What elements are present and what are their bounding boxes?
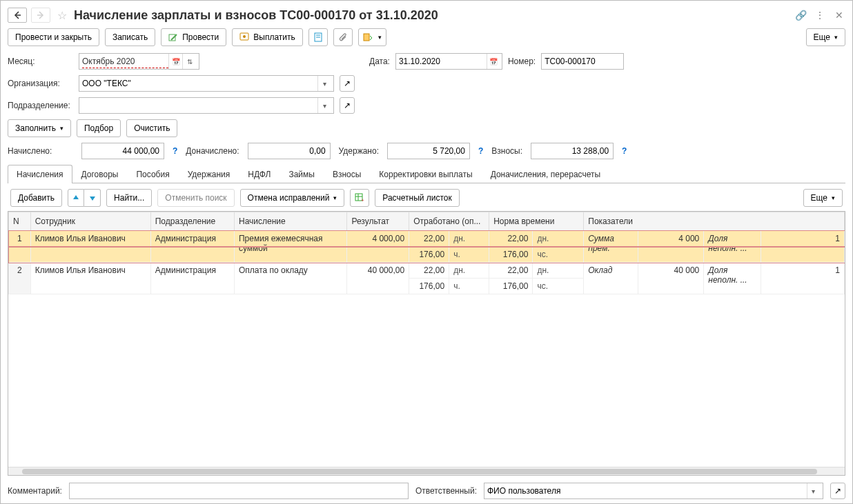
tab-deductions[interactable]: Удержания [179, 165, 239, 183]
date-label: Дата: [369, 57, 390, 66]
month-field[interactable]: Октябрь 2020 📅 ⇅ [79, 53, 199, 70]
basis-button[interactable]: ▾ [358, 28, 386, 46]
col-indicators[interactable]: Показатели [584, 212, 845, 231]
save-button[interactable]: Записать [105, 28, 155, 46]
tab-contributions[interactable]: Взносы [324, 165, 370, 183]
add-row-button[interactable]: Добавить [10, 189, 62, 207]
number-label: Номер: [508, 57, 536, 66]
post-and-close-button[interactable]: Провести и закрыть [8, 28, 99, 46]
tab-bar: Начисления Договоры Пособия Удержания НД… [8, 165, 845, 183]
pick-button[interactable]: Подбор [77, 119, 121, 137]
date-field[interactable]: 📅 [395, 53, 502, 70]
addl-label: Доначислено: [186, 146, 239, 156]
accruals-grid[interactable]: N Сотрудник Подразделение Начисление Рез… [8, 211, 845, 476]
month-label: Месяц: [8, 57, 73, 66]
attachment-button[interactable] [333, 28, 353, 46]
dept-label: Подразделение: [8, 101, 73, 110]
more-button[interactable]: Еще ▾ [806, 28, 845, 46]
responsible-field[interactable]: ▾ [484, 483, 823, 499]
find-button[interactable]: Найти... [106, 189, 152, 207]
addl-value [248, 143, 331, 159]
move-down-button[interactable] [84, 189, 101, 207]
org-field[interactable]: ▾ [79, 75, 334, 92]
horizontal-scrollbar[interactable] [8, 467, 845, 475]
tab-recalculations[interactable]: Доначисления, перерасчеты [482, 165, 609, 183]
col-accrual[interactable]: Начисление [234, 212, 346, 231]
tab-accruals[interactable]: Начисления [8, 165, 72, 183]
accrued-label: Начислено: [8, 146, 73, 156]
svg-text:+: + [361, 197, 364, 203]
pay-button[interactable]: Выплатить [232, 28, 303, 46]
tab-contracts[interactable]: Договоры [72, 165, 128, 183]
col-worked[interactable]: Отработано (оп... [409, 212, 489, 231]
table-row[interactable]: 1Климов Илья ИвановичАдминистрацияПремия… [9, 231, 845, 247]
svg-point-4 [243, 35, 246, 38]
clear-button[interactable]: Очистить [126, 119, 177, 137]
chevron-down-icon[interactable]: ▾ [317, 98, 331, 113]
col-n[interactable]: N [9, 212, 31, 231]
cancel-search-button: Отменить поиск [157, 189, 234, 207]
nav-back-button[interactable] [8, 8, 27, 23]
col-dept[interactable]: Подразделение [150, 212, 234, 231]
col-norm[interactable]: Норма времени [489, 212, 584, 231]
responsible-open-button[interactable]: ↗ [830, 483, 845, 499]
move-up-button[interactable] [68, 189, 84, 207]
help-icon[interactable]: ? [478, 146, 483, 156]
calendar-icon[interactable]: 📅 [168, 54, 182, 69]
nav-forward-button[interactable] [31, 8, 50, 23]
contrib-label: Взносы: [491, 146, 522, 156]
link-icon[interactable]: 🔗 [794, 9, 807, 21]
accrued-value [81, 143, 164, 159]
org-label: Организация: [8, 79, 73, 88]
spinner-icon[interactable]: ⇅ [182, 54, 196, 69]
cancel-fix-button[interactable]: Отмена исправлений ▾ [240, 189, 345, 207]
calendar-icon[interactable]: 📅 [487, 54, 499, 69]
withheld-label: Удержано: [339, 146, 379, 156]
withheld-value [387, 143, 470, 159]
post-button[interactable]: Провести [161, 28, 226, 46]
fill-button[interactable]: Заполнить ▾ [8, 119, 71, 137]
tab-pay-corrections[interactable]: Корректировки выплаты [370, 165, 481, 183]
comment-label: Комментарий: [8, 486, 62, 496]
dept-open-button[interactable]: ↗ [340, 97, 355, 114]
kebab-menu-icon[interactable]: ⋮ [814, 9, 826, 21]
tab-ndfl[interactable]: НДФЛ [239, 165, 280, 183]
pay-icon [239, 32, 249, 42]
post-icon [168, 32, 178, 42]
col-result[interactable]: Результат [347, 212, 409, 231]
dept-field[interactable]: ▾ [79, 97, 334, 114]
number-field[interactable] [541, 53, 624, 70]
col-employee[interactable]: Сотрудник [30, 212, 150, 231]
help-icon[interactable]: ? [622, 146, 627, 156]
comment-field[interactable] [69, 483, 409, 499]
close-icon[interactable]: ✕ [833, 9, 845, 21]
payslip-button[interactable]: Расчетный листок [375, 189, 459, 207]
chevron-down-icon[interactable]: ▾ [807, 483, 820, 498]
report-button[interactable] [308, 28, 328, 46]
svg-rect-8 [364, 34, 369, 41]
tab-loans[interactable]: Займы [280, 165, 324, 183]
responsible-label: Ответственный: [415, 486, 477, 496]
grid-settings-button[interactable]: + [350, 189, 369, 207]
page-title: Начисление зарплаты и взносов ТС00-00017… [74, 8, 790, 23]
favorite-star-icon[interactable]: ☆ [57, 9, 67, 22]
tab-more-button[interactable]: Еще ▾ [803, 189, 843, 207]
tab-benefits[interactable]: Пособия [127, 165, 178, 183]
org-open-button[interactable]: ↗ [340, 75, 355, 92]
chevron-down-icon[interactable]: ▾ [317, 76, 331, 91]
contrib-value [531, 143, 614, 159]
help-icon[interactable]: ? [173, 146, 177, 156]
table-row[interactable]: 2Климов Илья ИвановичАдминистрацияОплата… [9, 263, 845, 279]
